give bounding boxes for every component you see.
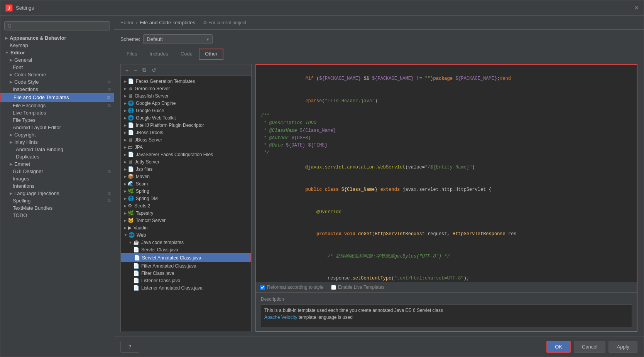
sidebar-item-spelling[interactable]: Spelling ⧉ — [0, 197, 114, 204]
sidebar-item-inlay-hints[interactable]: ▶ Inlay Hints — [0, 138, 114, 146]
search-input[interactable] — [4, 21, 110, 30]
sidebar-item-appearance[interactable]: ▶ Appearance & Behavior — [0, 34, 114, 42]
apache-velocity-link[interactable]: Apache Velocity — [264, 315, 297, 320]
sidebar-item-duplicates[interactable]: Duplicates — [0, 153, 114, 160]
add-button[interactable]: + — [124, 66, 130, 74]
list-item[interactable]: ▶ 🖥 JBoss Server — [121, 136, 251, 143]
panels-row: + − ⧉ ↺ ▶ 📄 Faces Generation Templates — [120, 64, 637, 332]
tab-files[interactable]: Files — [120, 49, 143, 60]
sidebar-item-images[interactable]: Images — [0, 175, 114, 182]
list-item[interactable]: 📄 Filter Annotated Class.java — [121, 262, 251, 269]
sidebar-item-todo[interactable]: TODO — [0, 212, 114, 219]
breadcrumb-separator: › — [136, 20, 137, 25]
copy-icon-6: ⧉ — [108, 191, 111, 196]
list-item[interactable]: 📄 Filter Class.java — [121, 269, 251, 277]
sidebar-item-gui-designer[interactable]: GUI Designer ⧉ — [0, 168, 114, 175]
description-box: This is a built-in template used each ti… — [261, 304, 632, 327]
list-item[interactable]: ▶ 🖥 Glassfish Server — [121, 92, 251, 99]
sidebar-item-inspections[interactable]: Inspections ⧉ — [0, 86, 114, 93]
app-icon: J — [5, 4, 13, 12]
sidebar-item-file-types[interactable]: File Types — [0, 116, 114, 124]
sidebar-item-file-code-templates[interactable]: File and Code Templates ⧉ — [0, 93, 114, 102]
list-item[interactable]: ▶ 🌐 Google App Engine — [121, 99, 251, 107]
list-item[interactable]: ▶ 📄 Jsp files — [121, 165, 251, 173]
copy-icon: ⧉ — [108, 79, 111, 84]
sidebar-item-language-injections[interactable]: ▶ Language Injections ⧉ — [0, 190, 114, 197]
arrow-icon: ▶ — [124, 175, 127, 178]
main-content: Scheme: Default Project Files Includes C… — [114, 30, 644, 337]
sidebar-item-textmate-bundles[interactable]: TextMate Bundles — [0, 204, 114, 212]
list-item[interactable]: ▶ 📄 Faces Generation Templates — [121, 77, 251, 85]
code-editor[interactable]: #if (${PACKAGE_NAME} && ${PACKAGE_NAME} … — [256, 65, 637, 282]
sidebar-item-intentions[interactable]: Intentions — [0, 182, 114, 190]
sidebar-item-font[interactable]: Font — [0, 64, 114, 71]
list-item[interactable]: ▶ 🖥 Jetty Server — [121, 158, 251, 165]
cancel-button[interactable]: Cancel — [574, 341, 605, 353]
list-item[interactable]: 📄 Servlet Class.java — [121, 246, 251, 253]
servlet-annotated-class-item[interactable]: 📄 Servlet Annotated Class.java — [121, 253, 251, 262]
code-and-description-panel: #if (${PACKAGE_NAME} && ${PACKAGE_NAME} … — [255, 64, 637, 332]
sidebar-item-live-templates[interactable]: Live Templates — [0, 109, 114, 116]
sidebar-item-emmet[interactable]: ▶ Emmet — [0, 160, 114, 168]
list-item[interactable]: ▶ 🌿 Spring — [121, 187, 251, 195]
remove-button[interactable]: − — [132, 66, 139, 74]
live-templates-checkbox-label[interactable]: Enable Live Templates — [331, 285, 385, 290]
list-item[interactable]: ▶ ⚙ Struts 2 — [121, 202, 251, 209]
list-item[interactable]: ▶ 🖥 Geronimo Server — [121, 85, 251, 92]
ok-button[interactable]: OK — [546, 341, 571, 353]
list-item[interactable]: ▼ ☕ Java code templates — [121, 239, 251, 246]
main-panel: Editor › File and Code Templates ⚙ For c… — [114, 16, 644, 357]
sidebar-item-general[interactable]: ▶ General — [0, 56, 114, 64]
scheme-select[interactable]: Default Project — [143, 34, 213, 44]
list-item[interactable]: ▼ 🌐 Web — [121, 231, 251, 239]
file-tree-panel: + − ⧉ ↺ ▶ 📄 Faces Generation Templates — [120, 64, 252, 332]
reformat-checkbox[interactable] — [260, 285, 265, 290]
sidebar-item-code-style[interactable]: ▶ Code Style ⧉ — [0, 78, 114, 86]
list-item[interactable]: ▶ 🌐 Google Guice — [121, 107, 251, 114]
list-item[interactable]: ▶ 🐱 Tomcat Server — [121, 217, 251, 224]
sidebar-item-color-scheme[interactable]: ▶ Color Scheme — [0, 71, 114, 78]
code-line: @javax.servlet.annotation.WebServlet(val… — [261, 157, 632, 179]
scheme-label: Scheme: — [120, 36, 140, 42]
arrow-icon: ▶ — [124, 94, 127, 98]
tab-other[interactable]: Other — [199, 49, 224, 60]
code-footer: Reformat according to style Enable Live … — [256, 282, 637, 292]
list-item[interactable]: ▶ ▶ Vaadin — [121, 224, 251, 231]
list-item[interactable]: ▶ 🌐 Spring DM — [121, 195, 251, 202]
live-templates-checkbox[interactable] — [331, 285, 336, 290]
description-section: Description This is a built-in template … — [256, 292, 637, 331]
list-item[interactable]: ▶ 📄 IntelliJ Platform Plugin Descriptor — [121, 121, 251, 129]
list-item[interactable]: ▶ 📄 JBoss Drools — [121, 129, 251, 136]
list-item[interactable]: 📄 Listener Annotated Class.java — [121, 284, 251, 291]
arrow-icon: ▶ — [124, 138, 127, 142]
list-item[interactable]: ▶ 🗃 JPA — [121, 143, 251, 151]
tab-includes[interactable]: Includes — [143, 49, 174, 60]
list-item[interactable]: ▶ 🌐 Google Web Toolkit — [121, 114, 251, 121]
close-button[interactable]: ✕ — [634, 4, 639, 12]
scheme-row: Scheme: Default Project — [120, 34, 637, 44]
settings-window: J Settings ✕ ▶ Appearance & Behavior Key… — [0, 0, 644, 357]
list-item[interactable]: 📄 Listener Class.java — [121, 277, 251, 284]
sidebar-item-editor[interactable]: ▼ Editor — [0, 49, 114, 56]
apply-button[interactable]: Apply — [609, 341, 637, 353]
sidebar-item-android-data-binding[interactable]: Android Data Binding — [0, 146, 114, 153]
code-line: * @Date ${DATE} ${TIME} — [261, 142, 632, 149]
tabs-container: Files Includes Code Other — [120, 49, 637, 60]
list-item[interactable]: ▶ 📦 Maven — [121, 173, 251, 180]
sidebar-item-android-layout-editor[interactable]: Android Layout Editor — [0, 124, 114, 131]
list-item[interactable]: ▶ 📄 JavaServer Faces Configuration Files — [121, 151, 251, 158]
sidebar-search-container — [4, 21, 110, 30]
reset-button[interactable]: ↺ — [150, 66, 158, 74]
reformat-checkbox-label[interactable]: Reformat according to style — [260, 285, 323, 290]
sidebar-item-keymap[interactable]: Keymap — [0, 42, 114, 49]
list-item[interactable]: ▶ 🌊 Seam — [121, 180, 251, 187]
code-line: #parse("File Header.java") — [261, 90, 632, 113]
help-button[interactable]: ? — [120, 341, 139, 353]
arrow-down-icon: ▼ — [124, 233, 127, 237]
copy-button[interactable]: ⧉ — [141, 66, 148, 74]
sidebar-item-file-encodings[interactable]: File Encodings ⧉ — [0, 102, 114, 109]
list-item[interactable]: ▶ 🌿 Tapestry — [121, 209, 251, 217]
tab-code[interactable]: Code — [174, 49, 199, 60]
sidebar-item-copyright[interactable]: ▶ Copyright — [0, 131, 114, 138]
breadcrumb: Editor › File and Code Templates ⚙ For c… — [114, 16, 644, 30]
